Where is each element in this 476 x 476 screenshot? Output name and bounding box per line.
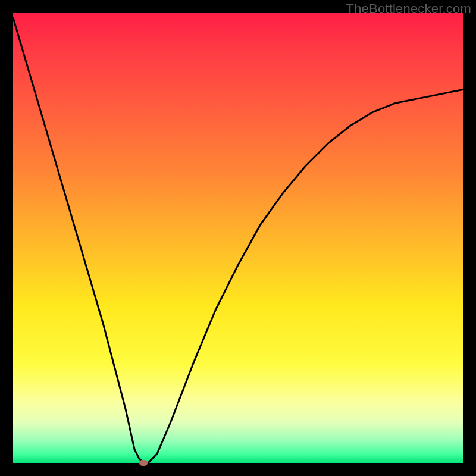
chart-plot-area bbox=[13, 13, 463, 463]
chart-background-gradient bbox=[13, 13, 463, 463]
bottleneck-marker bbox=[139, 460, 148, 466]
